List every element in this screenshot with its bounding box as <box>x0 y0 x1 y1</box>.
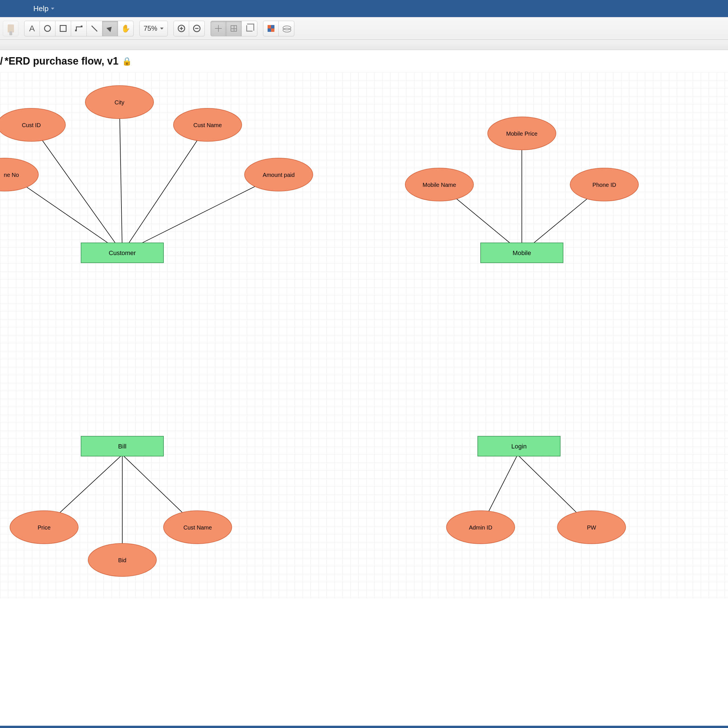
line-tool-button[interactable] <box>87 21 102 37</box>
svg-text:Phone ID: Phone ID <box>592 182 616 188</box>
ellipse-tool-button[interactable] <box>40 21 55 37</box>
svg-text:Price: Price <box>38 525 50 531</box>
entity-mobile[interactable]: Mobile Name Mobile Price Phone ID Mobile <box>405 117 638 263</box>
attr-phone-no[interactable]: ne No <box>0 158 38 191</box>
attr-bid[interactable]: Bid <box>88 543 156 577</box>
attr-mobile-name[interactable]: Mobile Name <box>405 168 474 201</box>
color-palette-button[interactable] <box>263 21 279 37</box>
svg-text:Cust ID: Cust ID <box>22 122 41 128</box>
svg-text:Bill: Bill <box>118 443 126 450</box>
snap-guides-button[interactable] <box>210 21 226 37</box>
attr-cust-name-bill[interactable]: Cust Name <box>164 511 232 544</box>
crop-button[interactable] <box>242 21 257 37</box>
layers-button[interactable] <box>279 21 294 37</box>
erd-diagram: Cust ID City Cust Name ne No Amount paid… <box>0 72 728 598</box>
connector-tool-button[interactable] <box>71 21 87 37</box>
breadcrumb-separator: / <box>0 55 3 67</box>
doc-header: / *ERD purchase flow, v1 🔒 <box>0 50 728 72</box>
pan-tool-button[interactable]: ✋ <box>118 21 134 37</box>
canvas[interactable]: Cust ID City Cust Name ne No Amount paid… <box>0 72 728 598</box>
svg-line-1 <box>119 102 122 253</box>
entity-login[interactable]: Login Admin ID PW <box>447 436 626 544</box>
svg-text:Login: Login <box>511 443 527 450</box>
attr-admin-id[interactable]: Admin ID <box>447 511 515 544</box>
svg-line-0 <box>31 125 122 253</box>
chevron-down-icon <box>51 8 54 10</box>
rectangle-tool-button[interactable] <box>55 21 71 37</box>
svg-text:ne No: ne No <box>4 172 19 178</box>
svg-text:Cust Name: Cust Name <box>184 525 212 531</box>
svg-text:PW: PW <box>587 525 596 531</box>
chevron-down-icon <box>160 28 164 29</box>
attr-price[interactable]: Price <box>10 511 78 544</box>
zoom-in-button[interactable] <box>173 21 189 37</box>
lock-icon: 🔒 <box>122 57 132 66</box>
svg-text:Mobile Name: Mobile Name <box>422 182 456 188</box>
attr-phone-id[interactable]: Phone ID <box>570 168 638 201</box>
zoom-select[interactable]: 75% <box>139 21 168 37</box>
format-painter-button[interactable] <box>3 21 18 37</box>
svg-line-2 <box>122 125 208 253</box>
text-tool-button[interactable]: A <box>24 21 40 37</box>
entity-bill[interactable]: Bill Price Bid Cust Name <box>10 436 232 577</box>
menu-help-label: Help <box>33 4 48 13</box>
svg-text:Amount paid: Amount paid <box>263 172 295 178</box>
attr-cust-name[interactable]: Cust Name <box>173 109 242 141</box>
svg-text:Mobile Price: Mobile Price <box>506 130 537 137</box>
svg-text:Bid: Bid <box>118 557 127 563</box>
attr-amount-paid[interactable]: Amount paid <box>245 158 313 191</box>
svg-text:Cust Name: Cust Name <box>193 122 222 128</box>
attr-city[interactable]: City <box>85 86 154 119</box>
toolbar: A ✋ 75% <box>0 17 728 40</box>
svg-text:Customer: Customer <box>109 249 136 257</box>
zoom-value: 75% <box>144 24 157 32</box>
attr-pw[interactable]: PW <box>557 511 626 544</box>
select-tool-button[interactable] <box>102 21 118 37</box>
ruler <box>0 40 728 50</box>
svg-text:City: City <box>115 99 124 106</box>
menubar: X Help <box>0 0 728 17</box>
menu-help[interactable]: Help <box>33 4 54 13</box>
svg-text:Mobile: Mobile <box>513 249 531 257</box>
attr-mobile-price[interactable]: Mobile Price <box>488 117 556 150</box>
entity-customer[interactable]: Cust ID City Cust Name ne No Amount paid… <box>0 86 313 263</box>
doc-title[interactable]: *ERD purchase flow, v1 <box>5 55 119 67</box>
zoom-out-button[interactable] <box>189 21 205 37</box>
grid-toggle-button[interactable] <box>226 21 242 37</box>
svg-text:Admin ID: Admin ID <box>469 525 492 531</box>
attr-cust-id[interactable]: Cust ID <box>0 109 66 141</box>
